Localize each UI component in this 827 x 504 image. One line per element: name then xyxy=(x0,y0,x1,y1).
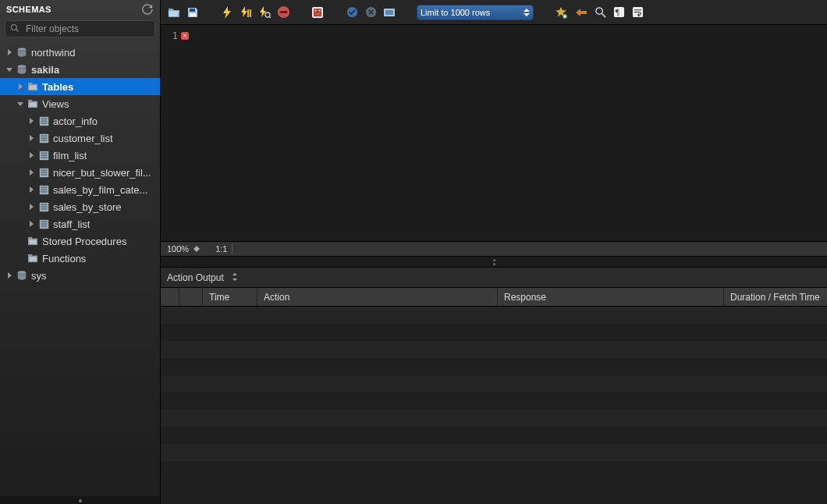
col-time[interactable]: Time xyxy=(203,288,257,306)
disclosure-icon[interactable] xyxy=(16,236,25,246)
svg-rect-26 xyxy=(41,172,47,173)
tree-node-label: Tables xyxy=(42,81,73,93)
toggle-wrap-button[interactable] xyxy=(630,5,644,20)
svg-rect-15 xyxy=(41,122,47,124)
row-limit-select[interactable]: Limit to 1000 rows xyxy=(417,5,534,20)
output-type-label: Action Output xyxy=(167,272,224,283)
disclosure-icon[interactable] xyxy=(27,202,36,211)
stop-button[interactable] xyxy=(276,5,290,20)
pane-resize-handle[interactable] xyxy=(161,257,827,268)
output-row xyxy=(161,392,827,410)
svg-rect-30 xyxy=(41,189,47,190)
col-duration[interactable]: Duration / Fetch Time xyxy=(724,288,827,306)
tree-node-stored-procedures[interactable]: Stored Procedures xyxy=(0,232,160,250)
view-icon xyxy=(37,132,50,144)
tree-node-views[interactable]: Views xyxy=(0,95,160,112)
svg-line-65 xyxy=(602,13,605,17)
svg-point-58 xyxy=(319,9,321,11)
tree-node-functions[interactable]: Functions xyxy=(0,250,160,267)
svg-rect-51 xyxy=(250,9,251,17)
output-selector-bar: Action Output xyxy=(161,268,827,288)
svg-rect-35 xyxy=(41,208,47,210)
svg-rect-14 xyxy=(41,120,47,122)
sidebar-refresh-icon[interactable] xyxy=(141,3,154,16)
tree-node-tables[interactable]: Tables xyxy=(0,78,160,95)
svg-rect-17 xyxy=(41,135,47,137)
tree-node-sakila[interactable]: sakila xyxy=(0,61,160,78)
svg-rect-37 xyxy=(41,221,47,222)
tree-node-label: sys xyxy=(31,270,47,282)
svg-rect-13 xyxy=(41,118,47,119)
commit-button[interactable] xyxy=(345,5,359,20)
col-response[interactable]: Response xyxy=(498,288,724,306)
tree-node-label: staff_list xyxy=(53,218,90,230)
filter-input-wrapper[interactable] xyxy=(5,20,155,37)
col-action[interactable]: Action xyxy=(257,288,498,306)
svg-rect-41 xyxy=(28,237,32,240)
execute-button[interactable] xyxy=(220,5,234,20)
tree-node-nicer-but-slower-fil-[interactable]: nicer_but_slower_fil... xyxy=(0,164,160,181)
sql-editor[interactable]: 1 ✕ xyxy=(161,25,827,241)
output-row xyxy=(161,427,827,444)
row-limit-label: Limit to 1000 rows xyxy=(421,8,490,17)
tree-node-customer-list[interactable]: customer_list xyxy=(0,130,160,147)
schema-icon xyxy=(16,63,28,76)
output-rows xyxy=(161,307,827,504)
disclosure-icon[interactable] xyxy=(27,168,36,177)
zoom-level[interactable]: 100% xyxy=(167,244,189,254)
find-button[interactable] xyxy=(593,5,607,20)
schema-sidebar: SCHEMAS northwindsakilaTablesViewsactor_… xyxy=(0,0,161,504)
schema-tree: northwindsakilaTablesViewsactor_infocust… xyxy=(0,42,160,496)
tree-node-sales-by-store[interactable]: sales_by_store xyxy=(0,198,160,215)
svg-rect-25 xyxy=(41,169,47,171)
output-row xyxy=(161,461,827,478)
editor-code-area[interactable] xyxy=(193,25,827,241)
tree-node-label: sales_by_store xyxy=(53,201,121,213)
toggle-autocommit-button[interactable] xyxy=(311,5,325,20)
tree-node-sys[interactable]: sys xyxy=(0,267,160,284)
explain-button[interactable] xyxy=(257,5,272,20)
view-icon xyxy=(37,115,50,127)
tree-node-label: nicer_but_slower_fil... xyxy=(53,167,151,179)
disclosure-icon[interactable] xyxy=(27,151,36,160)
filter-input[interactable] xyxy=(24,23,150,35)
col-status[interactable] xyxy=(161,288,179,306)
disclosure-icon[interactable] xyxy=(5,65,14,74)
error-marker-icon[interactable]: ✕ xyxy=(181,32,189,40)
output-row xyxy=(161,307,827,324)
beautify-button[interactable] xyxy=(574,5,588,20)
zoom-stepper[interactable] xyxy=(193,246,200,252)
disclosure-icon[interactable] xyxy=(27,133,36,143)
sidebar-resize-handle[interactable] xyxy=(0,496,160,504)
disclosure-icon[interactable] xyxy=(5,271,14,280)
disclosure-icon[interactable] xyxy=(27,219,36,229)
svg-rect-8 xyxy=(29,85,36,90)
tree-node-actor-info[interactable]: actor_info xyxy=(0,112,160,130)
toggle-whitespace-button[interactable] xyxy=(382,5,396,20)
disclosure-icon[interactable] xyxy=(16,254,25,263)
output-type-select[interactable]: Action Output xyxy=(167,272,238,283)
snippets-button[interactable] xyxy=(554,5,568,20)
svg-rect-31 xyxy=(41,191,47,193)
execute-current-button[interactable] xyxy=(239,5,253,20)
search-icon xyxy=(10,23,20,35)
output-row xyxy=(161,358,827,375)
disclosure-icon[interactable] xyxy=(16,82,25,91)
tree-node-film-list[interactable]: film_list xyxy=(0,147,160,164)
disclosure-icon[interactable] xyxy=(27,116,36,126)
save-button[interactable] xyxy=(186,5,200,20)
toggle-invisible-button[interactable]: ¶ xyxy=(612,5,626,20)
disclosure-icon[interactable] xyxy=(27,185,36,194)
tree-node-northwind[interactable]: northwind xyxy=(0,44,160,61)
rollback-button[interactable] xyxy=(364,5,378,20)
line-number: 1 xyxy=(172,30,178,41)
output-row xyxy=(161,341,827,358)
tree-node-sales-by-film-cate-[interactable]: sales_by_film_cate... xyxy=(0,181,160,198)
disclosure-icon[interactable] xyxy=(16,99,25,108)
tree-node-label: Functions xyxy=(42,253,86,264)
open-file-button[interactable] xyxy=(167,5,181,20)
disclosure-icon[interactable] xyxy=(5,48,14,57)
sidebar-header: SCHEMAS xyxy=(0,0,160,17)
col-index[interactable] xyxy=(179,288,203,306)
tree-node-staff-list[interactable]: staff_list xyxy=(0,215,160,232)
